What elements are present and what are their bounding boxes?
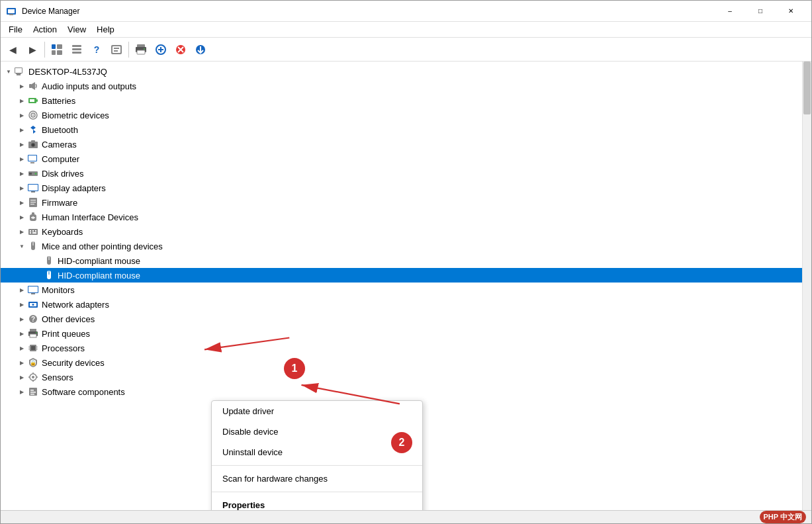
cameras-expand-icon[interactable]: ▶ bbox=[17, 139, 27, 150]
ctx-disable-device[interactable]: Disable device bbox=[212, 421, 422, 442]
cameras-icon bbox=[27, 139, 39, 150]
processors-node[interactable]: ▶ Processors bbox=[1, 341, 802, 355]
batteries-icon bbox=[27, 95, 39, 106]
batteries-node[interactable]: ▶ Batteries bbox=[1, 93, 802, 108]
keyboards-expand-icon[interactable]: ▶ bbox=[17, 226, 27, 237]
firmware-expand-icon[interactable]: ▶ bbox=[17, 197, 27, 208]
print-button[interactable] bbox=[132, 40, 150, 59]
annotation-1: 1 bbox=[284, 358, 305, 379]
hid-node[interactable]: ▶ Human Interface Devices bbox=[1, 210, 802, 224]
scrollbar[interactable] bbox=[802, 62, 811, 510]
display-adapters-node[interactable]: ▶ Display adapters bbox=[1, 181, 802, 195]
ctx-update-driver[interactable]: Update driver bbox=[212, 401, 422, 421]
context-menu: Update driver Disable device Uninstall d… bbox=[211, 400, 423, 510]
display-expand-icon[interactable]: ▶ bbox=[17, 183, 27, 193]
scan-changes-button[interactable] bbox=[152, 40, 170, 59]
other-expand-icon[interactable]: ▶ bbox=[17, 314, 27, 324]
root-expand-icon[interactable]: ▼ bbox=[3, 66, 14, 77]
computer-node[interactable]: ▶ Computer bbox=[1, 152, 802, 166]
monitors-label: Monitors bbox=[42, 285, 75, 295]
maximize-button[interactable]: □ bbox=[745, 1, 776, 22]
show-hidden-button[interactable] bbox=[107, 40, 126, 59]
scroll-thumb[interactable] bbox=[803, 62, 811, 114]
hid-mouse-1-node[interactable]: ▶ HID-compliant mouse bbox=[1, 253, 802, 268]
svg-rect-83 bbox=[30, 334, 36, 337]
cameras-node[interactable]: ▶ Cameras bbox=[1, 137, 802, 152]
menu-view[interactable]: View bbox=[62, 23, 91, 36]
ctx-uninstall-device[interactable]: Uninstall device bbox=[212, 442, 422, 462]
svg-rect-90 bbox=[36, 349, 38, 349]
sensors-label: Sensors bbox=[42, 372, 73, 382]
forward-button[interactable]: ▶ bbox=[23, 40, 42, 59]
ctx-properties[interactable]: Properties bbox=[212, 495, 422, 510]
ctx-scan-changes[interactable]: Scan for hardware changes bbox=[212, 468, 422, 489]
biometric-node[interactable]: ▶ Biometric devices bbox=[1, 108, 802, 122]
svg-rect-87 bbox=[28, 347, 30, 347]
firmware-node[interactable]: ▶ Firmware bbox=[1, 195, 802, 210]
keyboards-node[interactable]: ▶ Keyboards bbox=[1, 224, 802, 239]
software-expand-icon[interactable]: ▶ bbox=[17, 386, 27, 397]
svg-rect-89 bbox=[36, 347, 38, 347]
svg-rect-61 bbox=[30, 230, 31, 232]
overview-button[interactable] bbox=[48, 40, 66, 59]
back-button[interactable]: ◀ bbox=[3, 40, 22, 59]
menu-help[interactable]: Help bbox=[91, 23, 120, 36]
menu-bar: File Action View Help bbox=[1, 22, 811, 38]
sensors-expand-icon[interactable]: ▶ bbox=[17, 372, 27, 382]
print-queues-node[interactable]: ▶ Print queues bbox=[1, 326, 802, 341]
svg-rect-42 bbox=[31, 140, 35, 142]
audio-node[interactable]: ▶ Audio inputs and outputs bbox=[1, 79, 802, 93]
other-devices-node[interactable]: ▶ ? Other devices bbox=[1, 312, 802, 326]
svg-rect-86 bbox=[31, 346, 35, 350]
processors-expand-icon[interactable]: ▶ bbox=[17, 343, 27, 353]
monitors-node[interactable]: ▶ Monitors bbox=[1, 283, 802, 297]
close-button[interactable]: ✕ bbox=[776, 1, 806, 22]
svg-rect-17 bbox=[144, 48, 145, 50]
mice-icon bbox=[27, 241, 39, 251]
computer-expand-icon[interactable]: ▶ bbox=[17, 153, 27, 164]
processors-icon bbox=[27, 343, 39, 353]
bluetooth-node[interactable]: ▶ Bluetooth bbox=[1, 122, 802, 137]
security-expand-icon[interactable]: ▶ bbox=[17, 357, 27, 368]
svg-rect-101 bbox=[30, 394, 34, 395]
monitors-expand-icon[interactable]: ▶ bbox=[17, 284, 27, 295]
sensors-node[interactable]: ▶ Sensors bbox=[1, 370, 802, 384]
computer-node-icon bbox=[27, 153, 39, 164]
toolbar-separator-2 bbox=[128, 42, 129, 58]
hid-mouse-2-node[interactable]: ▶ HID-compliant mouse bbox=[1, 268, 802, 283]
software-components-node[interactable]: ▶ Software components bbox=[1, 384, 802, 399]
svg-rect-100 bbox=[30, 392, 36, 393]
svg-rect-5 bbox=[52, 50, 56, 55]
disk-drives-node[interactable]: ▶ Disk drives bbox=[1, 166, 802, 181]
batteries-expand-icon[interactable]: ▶ bbox=[17, 95, 27, 106]
software-label: Software components bbox=[42, 387, 125, 397]
audio-icon bbox=[27, 81, 39, 91]
help-button[interactable]: ? bbox=[87, 40, 106, 59]
disk-expand-icon[interactable]: ▶ bbox=[17, 168, 27, 179]
toolbar-separator-1 bbox=[44, 42, 45, 58]
security-devices-node[interactable]: ▶ 🔒 Security devices bbox=[1, 355, 802, 370]
menu-file[interactable]: File bbox=[3, 23, 28, 36]
menu-action[interactable]: Action bbox=[28, 23, 62, 36]
print-expand-icon[interactable]: ▶ bbox=[17, 328, 27, 339]
biometric-expand-icon[interactable]: ▶ bbox=[17, 110, 27, 120]
scroll-track[interactable] bbox=[803, 62, 811, 510]
svg-rect-75 bbox=[31, 293, 35, 294]
batteries-label: Batteries bbox=[42, 96, 75, 106]
svg-rect-11 bbox=[113, 46, 120, 53]
list-view-button[interactable] bbox=[68, 40, 86, 59]
mice-node[interactable]: ▼ Mice and other pointing devices bbox=[1, 239, 802, 253]
bluetooth-expand-icon[interactable]: ▶ bbox=[17, 124, 27, 135]
content-area: ▼ DESKTOP-4L537JQ ▶ bbox=[1, 62, 811, 510]
mice-expand-icon[interactable]: ▼ bbox=[17, 241, 27, 251]
keyboards-icon bbox=[27, 226, 39, 237]
audio-expand-icon[interactable]: ▶ bbox=[17, 81, 27, 91]
network-expand-icon[interactable]: ▶ bbox=[17, 299, 27, 310]
uninstall-button[interactable] bbox=[171, 40, 190, 59]
update-driver-button[interactable] bbox=[191, 40, 210, 59]
tree-root[interactable]: ▼ DESKTOP-4L537JQ bbox=[1, 64, 802, 79]
network-node[interactable]: ▶ Network adapters bbox=[1, 297, 802, 312]
hid-expand-icon[interactable]: ▶ bbox=[17, 212, 27, 222]
svg-rect-1 bbox=[8, 9, 15, 13]
minimize-button[interactable]: – bbox=[715, 1, 745, 22]
